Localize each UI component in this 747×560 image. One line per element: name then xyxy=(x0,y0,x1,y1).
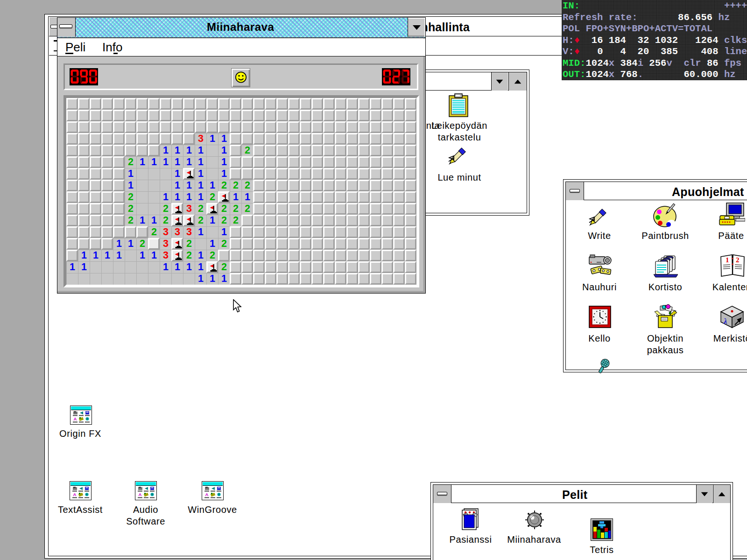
svg-text:λ: λ xyxy=(723,317,727,326)
svg-text:2: 2 xyxy=(736,256,740,264)
svg-text:1: 1 xyxy=(726,256,729,264)
svg-text:A: A xyxy=(73,492,77,497)
svg-text:A: A xyxy=(205,492,209,497)
svg-text:A: A xyxy=(74,416,77,421)
svg-text:A: A xyxy=(139,492,142,497)
